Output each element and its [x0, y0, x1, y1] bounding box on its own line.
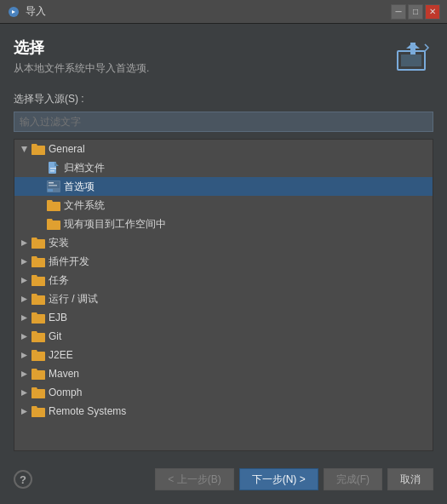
expand-icon[interactable]: [18, 330, 30, 342]
expand-icon[interactable]: [18, 405, 30, 417]
svg-rect-11: [49, 185, 57, 186]
item-icon-j2ee: [32, 349, 45, 361]
expand-placeholder: [33, 162, 45, 174]
svg-marker-18: [21, 334, 27, 340]
tree-item-git[interactable]: Git: [14, 327, 433, 346]
item-label-j2ee: J2EE: [49, 349, 73, 361]
expand-icon[interactable]: [18, 293, 30, 305]
header-section: 选择 从本地文件系统中导入首选项.: [14, 37, 433, 78]
svg-rect-10: [49, 182, 54, 184]
tree-item-rundebug[interactable]: 运行 / 调试: [14, 289, 433, 308]
import-icon: [393, 37, 433, 78]
expand-placeholder: [33, 180, 45, 192]
svg-marker-20: [21, 371, 27, 377]
close-button[interactable]: ✕: [425, 4, 440, 20]
item-icon-general: [32, 143, 45, 155]
prev-button[interactable]: < 上一步(B): [155, 468, 233, 490]
item-icon-plugin: [32, 255, 45, 267]
expand-icon[interactable]: [18, 349, 30, 361]
maximize-button[interactable]: □: [408, 4, 423, 20]
svg-marker-22: [21, 409, 27, 415]
tree-item-existing[interactable]: 现有项目到工作空间中: [14, 215, 433, 233]
title-bar-title: 导入: [26, 4, 391, 19]
svg-marker-4: [21, 146, 27, 152]
item-icon-existing: [47, 218, 60, 230]
item-label-install: 安装: [49, 236, 69, 250]
dialog-content: 选择 从本地文件系统中导入首选项. 选择导入源(S) : General: [0, 24, 447, 504]
item-icon-filesystem: [47, 199, 60, 211]
tree-item-general[interactable]: General: [14, 140, 433, 158]
item-icon-archive: [47, 162, 60, 174]
expand-icon[interactable]: [18, 387, 30, 398]
svg-marker-19: [21, 352, 27, 358]
item-label-oomph: Oomph: [49, 387, 82, 398]
svg-marker-14: [21, 259, 27, 265]
item-label-plugin: 插件开发: [49, 255, 89, 269]
finish-button[interactable]: 完成(F): [324, 468, 382, 490]
item-label-rundebug: 运行 / 调试: [49, 292, 98, 306]
header-text: 选择 从本地文件系统中导入首选项.: [14, 37, 384, 76]
title-bar-icon: [7, 5, 20, 19]
tree-item-preferences[interactable]: 首选项: [14, 177, 433, 196]
item-icon-install: [32, 237, 45, 249]
item-icon-preferences: [47, 180, 60, 192]
svg-rect-2: [401, 54, 421, 66]
item-icon-remote: [32, 405, 45, 417]
item-label-general: General: [49, 143, 85, 155]
svg-rect-7: [50, 170, 54, 172]
tree-list[interactable]: General 归档文件 首选项 文件系统 现有项目到工作空间中 安装 插件开发: [14, 140, 433, 450]
expand-icon[interactable]: [18, 143, 30, 155]
item-label-git: Git: [49, 330, 61, 342]
tree-item-j2ee[interactable]: J2EE: [14, 346, 433, 364]
cancel-button[interactable]: 取消: [387, 468, 433, 490]
svg-marker-21: [21, 390, 27, 396]
svg-marker-17: [21, 315, 27, 321]
expand-icon[interactable]: [18, 312, 30, 324]
tree-item-ejb[interactable]: EJB: [14, 308, 433, 327]
tree-item-maven[interactable]: Maven: [14, 364, 433, 383]
svg-marker-16: [21, 296, 27, 302]
item-icon-git: [32, 330, 45, 342]
item-icon-ejb: [32, 312, 45, 324]
svg-rect-3: [410, 43, 415, 54]
item-label-maven: Maven: [49, 368, 79, 380]
item-label-preferences: 首选项: [64, 180, 95, 194]
svg-rect-6: [50, 168, 56, 169]
header-subtitle: 从本地文件系统中导入首选项.: [14, 61, 384, 76]
item-icon-oomph: [32, 387, 45, 398]
tree-item-filesystem[interactable]: 文件系统: [14, 196, 433, 215]
source-label: 选择导入源(S) :: [14, 92, 433, 106]
expand-icon[interactable]: [18, 274, 30, 286]
item-icon-maven: [32, 368, 45, 380]
tree-item-install[interactable]: 安装: [14, 233, 433, 252]
item-label-filesystem: 文件系统: [64, 198, 105, 213]
search-input[interactable]: [14, 112, 433, 132]
tree-item-tasks[interactable]: 任务: [14, 271, 433, 289]
expand-icon[interactable]: [18, 255, 30, 267]
tree-item-plugin[interactable]: 插件开发: [14, 252, 433, 271]
expand-icon[interactable]: [18, 368, 30, 380]
tree-item-remote[interactable]: Remote Systems: [14, 402, 433, 421]
expand-icon[interactable]: [18, 237, 30, 249]
svg-marker-15: [21, 278, 27, 284]
svg-rect-12: [48, 189, 53, 192]
item-icon-rundebug: [32, 293, 45, 305]
minimize-button[interactable]: ─: [391, 4, 406, 20]
title-bar-controls: ─ □ ✕: [391, 4, 440, 20]
header-title: 选择: [14, 37, 384, 58]
bottom-section: ? < 上一步(B) 下一步(N) > 完成(F) 取消: [14, 461, 433, 490]
tree-container: General 归档文件 首选项 文件系统 现有项目到工作空间中 安装 插件开发: [14, 139, 433, 451]
help-button[interactable]: ?: [14, 470, 32, 489]
tree-item-archive[interactable]: 归档文件: [14, 158, 433, 177]
item-label-tasks: 任务: [49, 273, 69, 288]
item-label-archive: 归档文件: [64, 161, 105, 175]
svg-marker-13: [21, 240, 27, 246]
item-label-remote: Remote Systems: [49, 405, 126, 417]
tree-item-oomph[interactable]: Oomph: [14, 383, 433, 402]
expand-placeholder: [33, 199, 45, 211]
next-button[interactable]: 下一步(N) >: [239, 468, 318, 490]
expand-placeholder: [33, 218, 45, 230]
item-label-ejb: EJB: [49, 312, 67, 324]
title-bar: 导入 ─ □ ✕: [0, 0, 447, 24]
item-icon-tasks: [32, 274, 45, 286]
